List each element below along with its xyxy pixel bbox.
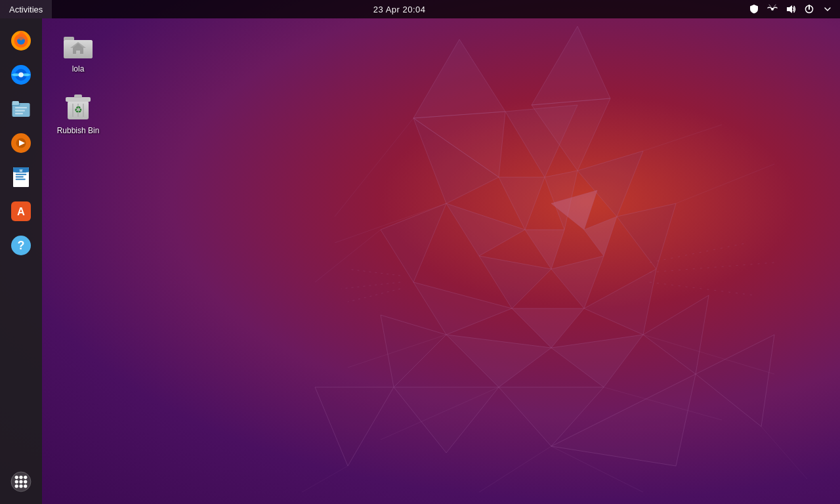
svg-marker-21 [551, 335, 643, 387]
activities-button[interactable]: Activities [0, 0, 52, 18]
svg-rect-95 [66, 97, 91, 102]
volume-icon[interactable] [784, 2, 798, 16]
desktop-icons-area: lola [49, 24, 108, 140]
svg-marker-20 [446, 335, 551, 387]
svg-marker-18 [413, 282, 512, 335]
dock-item-writer[interactable]: W [5, 161, 37, 193]
topbar: Activities 23 Apr 20:04 [0, 0, 840, 18]
svg-rect-72 [16, 177, 24, 178]
dock: W A ? [0, 18, 42, 504]
svg-marker-23 [381, 315, 446, 387]
svg-marker-6 [499, 177, 545, 230]
home-folder-label: lola [72, 64, 85, 75]
svg-marker-10 [525, 230, 564, 269]
svg-marker-14 [551, 256, 604, 308]
svg-marker-9 [446, 203, 525, 256]
svg-marker-49 [787, 5, 792, 13]
dock-item-help[interactable]: ? [5, 230, 37, 261]
svg-text:?: ? [18, 239, 25, 252]
svg-point-81 [15, 476, 18, 479]
dock-item-thunderbird[interactable] [5, 59, 37, 91]
desktop-wallpaper-art [249, 20, 840, 492]
svg-line-31 [348, 289, 400, 302]
topbar-system-tray [747, 2, 840, 16]
svg-point-57 [18, 72, 24, 77]
trash-label: Rubbish Bin [57, 126, 100, 136]
svg-marker-27 [315, 387, 394, 466]
svg-line-35 [335, 118, 413, 217]
desktop-icon-home[interactable]: lola [49, 24, 108, 79]
svg-marker-16 [617, 203, 676, 269]
svg-rect-71 [16, 174, 27, 175]
svg-line-30 [341, 282, 400, 289]
home-folder-icon [61, 28, 95, 62]
desktop-icon-trash[interactable]: ♻ Rubbish Bin [49, 85, 108, 140]
svg-line-33 [650, 262, 774, 272]
svg-rect-63 [15, 113, 23, 114]
svg-marker-13 [479, 256, 551, 308]
svg-marker-0 [413, 39, 505, 118]
svg-line-39 [676, 164, 774, 203]
dock-item-files[interactable] [5, 93, 37, 125]
svg-marker-17 [512, 308, 584, 348]
svg-line-34 [650, 282, 755, 295]
svg-marker-25 [394, 387, 499, 453]
svg-point-88 [19, 484, 22, 488]
svg-point-82 [19, 476, 22, 479]
system-menu-chevron[interactable] [820, 2, 835, 16]
svg-rect-62 [15, 110, 25, 112]
power-icon[interactable] [802, 2, 816, 16]
svg-point-87 [15, 484, 18, 488]
svg-marker-1 [532, 26, 610, 105]
svg-text:♻: ♻ [74, 104, 83, 115]
topbar-datetime: 23 Apr 20:04 [52, 5, 747, 14]
dock-item-firefox[interactable] [5, 25, 37, 56]
trash-icon: ♻ [61, 89, 95, 123]
svg-rect-96 [74, 94, 82, 98]
svg-line-47 [761, 427, 807, 479]
svg-marker-28 [696, 335, 774, 427]
svg-line-29 [348, 269, 400, 276]
svg-rect-61 [15, 107, 27, 108]
svg-line-44 [479, 446, 551, 492]
network-icon[interactable] [765, 2, 780, 16]
vpn-icon[interactable] [747, 2, 761, 16]
svg-text:W: W [20, 169, 23, 173]
svg-marker-12 [584, 217, 617, 256]
show-apps-button[interactable] [5, 466, 37, 497]
svg-rect-73 [16, 178, 26, 180]
svg-text:A: A [17, 205, 25, 217]
svg-point-85 [19, 480, 22, 483]
svg-rect-60 [12, 101, 20, 105]
svg-point-83 [24, 476, 27, 479]
svg-line-32 [650, 243, 748, 262]
dock-item-rhythmbox[interactable] [5, 127, 37, 159]
svg-line-37 [315, 230, 381, 282]
svg-point-86 [24, 480, 27, 483]
svg-line-46 [302, 466, 348, 492]
svg-line-38 [643, 125, 722, 151]
dock-bottom [5, 466, 37, 497]
svg-marker-24 [643, 295, 709, 374]
svg-point-89 [24, 484, 27, 488]
svg-point-84 [15, 480, 18, 483]
dock-item-appstore[interactable]: A [5, 196, 37, 227]
